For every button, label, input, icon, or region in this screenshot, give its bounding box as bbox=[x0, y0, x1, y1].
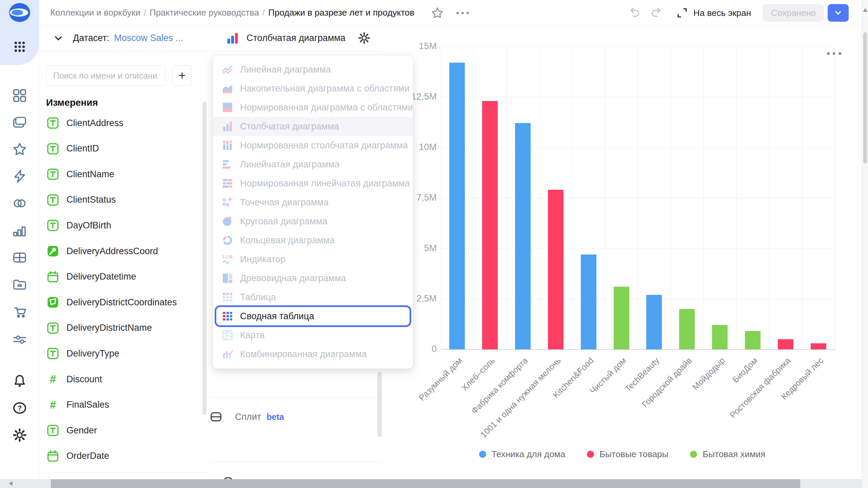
scroll-left-arrow-icon[interactable] bbox=[9, 481, 13, 486]
field-item-DeliveryDistrictCoordinates[interactable]: DeliveryDistrictCoordinates bbox=[39, 289, 202, 315]
bar-Городской драйв[interactable] bbox=[679, 309, 695, 349]
vertical-scroll-thumb[interactable] bbox=[863, 33, 867, 163]
storage-icon[interactable] bbox=[0, 275, 39, 294]
field-item-DeliveryDistrictName[interactable]: DeliveryDistrictName bbox=[39, 315, 202, 341]
text-type-icon bbox=[46, 321, 60, 335]
field-item-Discount[interactable]: #Discount bbox=[39, 366, 202, 392]
bar-1001 и одна нужная мелочь[interactable] bbox=[548, 190, 564, 349]
breadcrumb-guides[interactable]: Практические руководства bbox=[150, 7, 259, 18]
menu-item-donut-chart[interactable]: Кольцевая диаграмма bbox=[213, 231, 413, 250]
field-item-FinalSales[interactable]: #FinalSales bbox=[39, 392, 202, 418]
menu-item-pivot-table[interactable]: Сводная таблица bbox=[213, 307, 413, 326]
menu-item-combo-chart[interactable]: Комбинированная диаграмма bbox=[213, 345, 413, 364]
bar-Кедровый лес[interactable] bbox=[811, 343, 826, 349]
bar-TechBeauty[interactable] bbox=[646, 295, 662, 349]
field-item-Gender[interactable]: Gender bbox=[39, 418, 202, 443]
bar-Чистый дом[interactable] bbox=[614, 287, 629, 349]
legend-label: Техника для дома bbox=[492, 449, 565, 460]
text-type-icon bbox=[46, 219, 60, 232]
menu-item-indicator[interactable]: 1.2MИндикатор bbox=[213, 250, 413, 269]
bar-БиоДом[interactable] bbox=[745, 331, 761, 349]
bar-Мойдодыр[interactable] bbox=[712, 325, 728, 349]
field-item-OrderDate[interactable]: OrderDate bbox=[39, 443, 202, 469]
field-item-DeliveryDatetime[interactable]: DeliveryDatetime bbox=[39, 264, 202, 290]
dataset-collapse-chevron-icon[interactable] bbox=[53, 33, 64, 44]
legend-item-Бытовые товары[interactable]: Бытовые товары bbox=[587, 449, 668, 460]
apps-grid-icon[interactable] bbox=[0, 37, 39, 56]
field-item-ClientAddress[interactable]: ClientAddress bbox=[39, 110, 202, 136]
y-tick-label: 15M bbox=[386, 41, 437, 52]
fields-scrollbar[interactable] bbox=[202, 102, 206, 415]
saved-button[interactable]: Сохранено bbox=[763, 4, 824, 22]
field-search-input[interactable] bbox=[46, 65, 165, 86]
dataset-name-link[interactable]: Moscow Sales ... bbox=[114, 33, 183, 43]
fullscreen-button[interactable]: На весь экран bbox=[676, 5, 751, 20]
field-item-ClientStatus[interactable]: ClientStatus bbox=[39, 187, 202, 213]
menu-item-column-normalized[interactable]: Нормированная столбчатая диаграмма bbox=[213, 136, 413, 155]
visualization-header[interactable]: Столбчатая диаграмма bbox=[209, 25, 383, 51]
bar-Разумный дом[interactable] bbox=[449, 63, 465, 349]
field-label: ClientName bbox=[66, 169, 114, 180]
bar-Ростовская фабрика[interactable] bbox=[778, 339, 793, 349]
settings-icon[interactable] bbox=[0, 426, 39, 445]
menu-item-bar-normalized[interactable]: Нормированная линейчатая диаграмма bbox=[213, 174, 413, 193]
save-menu-button[interactable] bbox=[828, 4, 849, 22]
horizontal-scroll-thumb[interactable] bbox=[51, 479, 800, 488]
field-item-DayOfBirth[interactable]: DayOfBirth bbox=[39, 212, 202, 238]
vertical-scrollbar[interactable] bbox=[862, 0, 868, 488]
field-item-ClientID[interactable]: ClientID bbox=[39, 136, 202, 162]
help-icon[interactable]: ? bbox=[0, 399, 39, 418]
legend-label: Бытовая химия bbox=[703, 449, 765, 460]
menu-item-label: Кольцевая диаграмма bbox=[240, 235, 335, 246]
x-tick-label: Ростовская фабрика bbox=[728, 355, 793, 420]
notifications-icon[interactable] bbox=[0, 371, 39, 390]
field-label: ClientStatus bbox=[66, 195, 116, 205]
gear-icon[interactable] bbox=[357, 31, 371, 45]
menu-item-column-chart[interactable]: Столбчатая диаграмма bbox=[213, 117, 413, 136]
horizontal-scrollbar[interactable] bbox=[0, 479, 862, 488]
menu-item-treemap[interactable]: Древовидная диаграмма bbox=[213, 269, 413, 288]
chart-legend: Техника для домаБытовые товарыБытовая хи… bbox=[383, 446, 861, 462]
services-icon[interactable] bbox=[0, 330, 39, 349]
quick-actions-icon[interactable] bbox=[0, 167, 39, 186]
menu-item-pie-chart[interactable]: Круговая диаграмма bbox=[213, 212, 413, 231]
datalens-logo[interactable] bbox=[0, 3, 39, 22]
charts-icon[interactable] bbox=[0, 221, 39, 240]
chart-more-icon[interactable] bbox=[825, 48, 844, 59]
menu-item-scatter-chart[interactable]: Точечная диаграмма bbox=[213, 193, 413, 212]
breadcrumb-collections[interactable]: Коллекции и воркбуки bbox=[50, 7, 140, 18]
text-type-icon bbox=[46, 347, 60, 360]
menu-item-map[interactable]: Карта bbox=[213, 326, 413, 345]
favorite-star-icon[interactable] bbox=[431, 6, 444, 20]
menu-item-label: Круговая диаграмма bbox=[240, 216, 327, 227]
favorites-icon[interactable] bbox=[0, 140, 39, 159]
menu-item-bar-chart[interactable]: Линейчатая диаграмма bbox=[213, 155, 413, 174]
breadcrumb-more-icon[interactable] bbox=[453, 8, 472, 18]
datasets-icon[interactable] bbox=[0, 248, 39, 267]
legend-item-Бытовая химия[interactable]: Бытовая химия bbox=[690, 449, 765, 460]
bar-Фабрика комфорта[interactable] bbox=[515, 123, 531, 349]
scroll-up-arrow-icon[interactable] bbox=[863, 8, 868, 12]
dashboards-icon[interactable] bbox=[0, 86, 39, 105]
menu-item-area-normalized[interactable]: Нормированная диаграмма с областями bbox=[213, 98, 413, 117]
left-sidebar: ? bbox=[0, 0, 39, 488]
bar-Kitchen&Food[interactable] bbox=[581, 255, 596, 349]
collections-icon[interactable] bbox=[0, 113, 39, 132]
menu-item-line-chart[interactable]: Линейная диаграмма bbox=[213, 60, 413, 79]
field-item-DeliveryType[interactable]: DeliveryType bbox=[39, 341, 202, 366]
field-label: FinalSales bbox=[66, 400, 109, 410]
add-field-button[interactable]: + bbox=[172, 65, 192, 86]
redo-icon[interactable] bbox=[649, 6, 664, 20]
field-item-DeliveryAddressCoord[interactable]: DeliveryAddressCoord bbox=[39, 238, 202, 264]
viz-scrollbar[interactable] bbox=[377, 372, 382, 437]
linked-data-icon[interactable] bbox=[0, 194, 39, 213]
undo-icon[interactable] bbox=[627, 6, 642, 20]
field-label: DayOfBirth bbox=[66, 220, 111, 231]
split-section[interactable]: Сплит beta bbox=[209, 402, 383, 432]
menu-item-table[interactable]: Таблица bbox=[213, 288, 413, 307]
menu-item-area-stacked[interactable]: Накопительная диаграмма с областями bbox=[213, 79, 413, 98]
marketplace-icon[interactable] bbox=[0, 302, 39, 321]
field-item-ClientName[interactable]: ClientName bbox=[39, 161, 202, 187]
bar-Хлеб–соль[interactable] bbox=[482, 101, 498, 349]
legend-item-Техника для дома[interactable]: Техника для дома bbox=[479, 449, 565, 460]
